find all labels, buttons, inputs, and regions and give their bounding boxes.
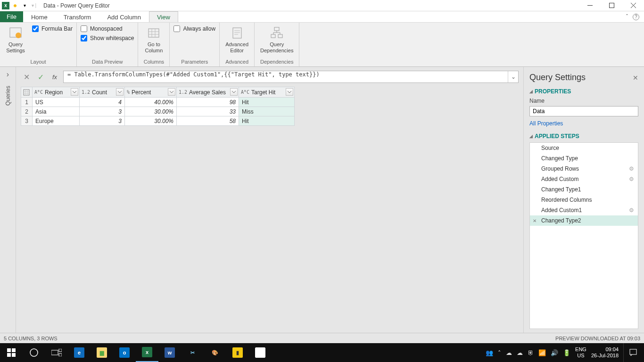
excel-taskbar-icon[interactable]: x <box>136 343 158 362</box>
cell[interactable]: Asia <box>33 107 80 116</box>
always-allow-checkbox[interactable]: Always allow <box>173 25 215 33</box>
clock[interactable]: 09:0426-Jul-2018 <box>591 346 619 359</box>
column-filter-icon[interactable] <box>116 88 124 96</box>
applied-step[interactable]: Grouped Rows⚙ <box>530 164 638 174</box>
show-whitespace-checkbox[interactable]: Show whitespace <box>81 34 134 42</box>
outlook-taskbar-icon[interactable]: o <box>113 343 136 362</box>
edge-taskbar-icon[interactable]: e <box>68 343 91 362</box>
row-number[interactable]: 2 <box>21 107 33 116</box>
cell[interactable]: US <box>33 98 80 107</box>
cell[interactable]: Hit <box>239 98 295 107</box>
cell[interactable]: 33 <box>177 107 239 116</box>
tab-home[interactable]: Home <box>23 11 56 22</box>
data-grid[interactable]: AᴮCRegion1.2Count%Percent1.2Average Sale… <box>21 87 295 126</box>
word-taskbar-icon[interactable]: w <box>158 343 181 362</box>
volume-tray-icon[interactable]: 🔊 <box>551 349 558 356</box>
tab-view[interactable]: View <box>149 11 178 22</box>
expand-queries-icon[interactable]: › <box>3 70 13 79</box>
formula-cancel-icon[interactable]: ✕ <box>21 71 32 82</box>
cortana-button[interactable] <box>23 343 45 362</box>
cell[interactable]: 40.00% <box>125 98 177 107</box>
ribbon-collapse-icon[interactable]: ˆ <box>626 14 628 20</box>
query-settings-button[interactable]: Query Settings <box>4 25 27 55</box>
column-header-region[interactable]: AᴮCRegion <box>33 87 80 98</box>
maximize-button[interactable] <box>601 0 622 11</box>
help-icon[interactable]: ? <box>633 14 639 20</box>
network-tray-icon[interactable]: 📶 <box>538 349 546 356</box>
properties-heading[interactable]: ◢PROPERTIES <box>529 88 638 95</box>
grid-corner[interactable] <box>21 87 33 98</box>
paint-taskbar-icon[interactable]: 🎨 <box>204 343 226 362</box>
table-row[interactable]: 3Europe330.00%58Hit <box>21 116 295 126</box>
advanced-editor-button[interactable]: Advanced Editor <box>223 25 250 55</box>
powerbi-taskbar-icon[interactable]: ▮ <box>226 343 249 362</box>
column-header-count[interactable]: 1.2Count <box>80 87 125 98</box>
row-number[interactable]: 3 <box>21 116 33 126</box>
panel-close-icon[interactable]: ✕ <box>633 74 638 82</box>
cell[interactable]: Miss <box>239 107 295 116</box>
column-filter-icon[interactable] <box>168 88 175 96</box>
monospaced-checkbox[interactable]: Monospaced <box>81 25 123 33</box>
applied-step[interactable]: Reordered Columns <box>530 195 638 205</box>
onedrive2-tray-icon[interactable]: ☁ <box>517 349 523 356</box>
cell[interactable]: Hit <box>239 116 295 126</box>
cell[interactable]: 3 <box>80 116 125 126</box>
minimize-button[interactable] <box>579 0 601 11</box>
close-button[interactable] <box>622 0 644 11</box>
action-center-icon[interactable] <box>623 343 642 362</box>
query-dependencies-button[interactable]: Query Dependencies <box>258 25 295 55</box>
column-filter-icon[interactable] <box>230 88 238 96</box>
formula-input[interactable]: = Table.TransformColumnTypes(#"Added Cus… <box>63 71 519 83</box>
tray-chevron-icon[interactable]: ˄ <box>498 349 501 356</box>
queries-rail[interactable]: › Queries <box>0 67 16 333</box>
all-properties-link[interactable]: All Properties <box>529 120 563 127</box>
formula-accept-icon[interactable]: ✓ <box>35 71 46 82</box>
tab-add-column[interactable]: Add Column <box>99 11 149 22</box>
row-number[interactable]: 1 <box>21 98 33 107</box>
applied-steps-list[interactable]: SourceChanged TypeGrouped Rows⚙Added Cus… <box>529 142 638 329</box>
language-indicator[interactable]: ENGUS <box>575 346 586 359</box>
column-header-average-sales[interactable]: 1.2Average Sales <box>177 87 239 98</box>
gear-icon[interactable]: ⚙ <box>629 207 634 214</box>
start-button[interactable] <box>0 343 23 362</box>
qat-save-icon[interactable]: ☻ <box>11 2 19 9</box>
formula-dropdown-icon[interactable]: ⌄ <box>508 71 518 82</box>
column-header-percent[interactable]: %Percent <box>125 87 177 98</box>
fx-icon[interactable]: fx <box>49 71 60 82</box>
column-filter-icon[interactable] <box>286 88 293 96</box>
cell[interactable]: 4 <box>80 98 125 107</box>
cell[interactable]: 30.00% <box>125 116 177 126</box>
table-row[interactable]: 2Asia330.00%33Miss <box>21 107 295 116</box>
applied-step[interactable]: Added Custom1⚙ <box>530 205 638 215</box>
applied-step[interactable]: Added Custom⚙ <box>530 174 638 184</box>
battery-tray-icon[interactable]: 🔋 <box>563 349 570 356</box>
applied-steps-heading[interactable]: ◢APPLIED STEPS <box>529 133 638 140</box>
applied-step[interactable]: Changed Type1 <box>530 184 638 195</box>
app-taskbar-icon[interactable] <box>249 343 272 362</box>
applied-step[interactable]: Changed Type2 <box>530 215 638 226</box>
tab-transform[interactable]: Transform <box>56 11 99 22</box>
gear-icon[interactable]: ⚙ <box>629 176 634 182</box>
cell[interactable]: 30.00% <box>125 107 177 116</box>
applied-step[interactable]: Changed Type <box>530 153 638 164</box>
people-tray-icon[interactable]: 👥 <box>486 349 493 356</box>
explorer-taskbar-icon[interactable]: ▆ <box>91 343 113 362</box>
onedrive-tray-icon[interactable]: ☁ <box>506 349 512 356</box>
applied-step[interactable]: Source <box>530 143 638 153</box>
formula-bar-checkbox[interactable]: Formula Bar <box>32 25 73 33</box>
cell[interactable]: 58 <box>177 116 239 126</box>
cell[interactable]: 3 <box>80 107 125 116</box>
cell[interactable]: 98 <box>177 98 239 107</box>
column-header-target-hit[interactable]: AᴮCTarget Hit <box>239 87 295 98</box>
file-tab[interactable]: File <box>0 11 23 22</box>
taskview-button[interactable] <box>45 343 68 362</box>
column-filter-icon[interactable] <box>71 88 78 96</box>
cell[interactable]: Europe <box>33 116 80 126</box>
table-row[interactable]: 1US440.00%98Hit <box>21 98 295 107</box>
gear-icon[interactable]: ⚙ <box>629 165 634 172</box>
defender-tray-icon[interactable]: ⛨ <box>528 349 534 356</box>
snip-taskbar-icon[interactable]: ✂ <box>181 343 204 362</box>
goto-column-button[interactable]: Go to Column <box>142 25 165 55</box>
query-name-input[interactable] <box>529 106 638 116</box>
qat-dropdown-icon[interactable]: ▾ <box>21 2 28 9</box>
